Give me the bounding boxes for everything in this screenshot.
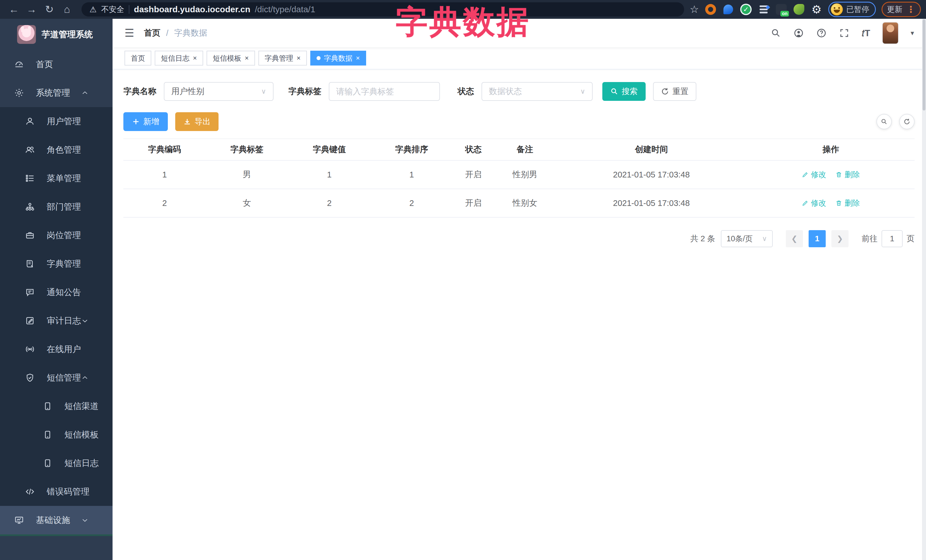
chevron-down-icon: ∨ (261, 88, 266, 95)
edit-link[interactable]: 修改 (802, 169, 826, 180)
page-scrollbar[interactable] (922, 19, 926, 560)
prev-page-button[interactable]: ❮ (786, 230, 803, 247)
dict-label-input[interactable] (329, 82, 440, 101)
cell-code: 2 (123, 189, 206, 217)
breadcrumb-home[interactable]: 首页 (144, 27, 160, 39)
header-search-icon[interactable] (771, 28, 781, 38)
tab-短信模板[interactable]: 短信模板× (207, 51, 255, 65)
column-header: 字典编码 (123, 139, 206, 160)
github-icon[interactable] (793, 28, 804, 38)
cell-created: 2021-01-05 17:03:48 (556, 160, 747, 189)
help-icon[interactable] (816, 28, 826, 38)
profile-emoji-avatar (831, 3, 843, 15)
toggle-search-button[interactable] (876, 114, 892, 129)
sidebar-item-label: 用户管理 (47, 116, 81, 127)
sidebar-item-infra[interactable]: 基础设施 (0, 506, 112, 534)
browser-reload-button[interactable]: ↻ (41, 2, 58, 17)
sidebar-item-errcode[interactable]: 错误码管理 (0, 477, 112, 506)
browser-back-button[interactable]: ← (5, 2, 23, 17)
tab-close-icon[interactable]: × (356, 55, 360, 62)
pencil-icon (802, 171, 809, 178)
tab-字典管理[interactable]: 字典管理× (259, 51, 307, 65)
sidebar-item-dept[interactable]: 部门管理 (0, 193, 112, 221)
search-button[interactable]: 搜索 (602, 82, 646, 101)
sidebar-item-sms-channel[interactable]: 短信渠道 (0, 392, 112, 420)
font-size-icon[interactable]: 𝑡T (862, 28, 870, 38)
goto-page-input[interactable] (882, 230, 903, 247)
cell-label: 女 (206, 189, 288, 217)
main-area: ☰ 首页 / 字典数据 𝑡T ▾ 首页短信日志×短信模板×字典管 (112, 19, 926, 560)
bookmark-star-icon[interactable]: ☆ (690, 3, 699, 15)
sidebar-item-audit[interactable]: 审计日志 (0, 306, 112, 335)
tab-close-icon[interactable]: × (297, 55, 301, 62)
extension-orange-ring-icon[interactable] (705, 3, 717, 15)
export-button[interactable]: 导出 (175, 112, 219, 131)
browser-home-button[interactable]: ⌂ (58, 2, 76, 17)
sidebar-menu: 首页系统管理用户管理角色管理菜单管理部门管理岗位管理字典管理通知公告审计日志在线… (0, 50, 112, 534)
dashboard-icon (14, 60, 24, 69)
scrollbar-thumb[interactable] (923, 20, 925, 110)
sidebar-item-online[interactable]: 在线用户 (0, 335, 112, 364)
sidebar-item-sms[interactable]: 短信管理 (0, 364, 112, 392)
tab-label: 字典数据 (324, 54, 353, 63)
tab-close-icon[interactable]: × (193, 55, 197, 62)
chevron-up-icon (81, 89, 89, 97)
fullscreen-icon[interactable] (839, 28, 849, 38)
sidebar-item-sms-log[interactable]: 短信日志 (0, 449, 112, 477)
tab-首页[interactable]: 首页 (124, 51, 151, 65)
app-logo[interactable]: 芋道管理系统 (0, 19, 112, 50)
extension-on-badge-icon[interactable]: on (775, 3, 787, 15)
delete-link[interactable]: 删除 (835, 198, 860, 208)
gear-icon (14, 88, 24, 98)
extension-green-leaf-icon[interactable] (793, 3, 805, 15)
delete-link[interactable]: 删除 (835, 169, 860, 180)
sidebar-item-system[interactable]: 系统管理 (0, 78, 112, 107)
sidebar-item-role[interactable]: 角色管理 (0, 136, 112, 164)
tab-字典数据[interactable]: 字典数据× (310, 51, 366, 65)
extension-green-check-icon[interactable]: ✓ (740, 3, 752, 15)
org-tree-icon (25, 202, 35, 211)
users-icon (25, 145, 35, 155)
user-avatar[interactable] (883, 23, 898, 44)
chevron-down-icon: ∨ (580, 88, 585, 95)
tab-短信日志[interactable]: 短信日志× (155, 51, 203, 65)
sidebar-toggle-icon[interactable]: ☰ (124, 27, 134, 39)
extensions-puzzle-icon[interactable]: ⚙ (811, 3, 823, 15)
sidebar-item-notice[interactable]: 通知公告 (0, 278, 112, 306)
sidebar-item-sms-template[interactable]: 短信模板 (0, 420, 112, 449)
sidebar-item-label: 错误码管理 (47, 486, 89, 498)
sidebar-item-label: 短信渠道 (64, 400, 98, 412)
user-menu-caret-icon[interactable]: ▾ (911, 29, 914, 37)
browser-update-button[interactable]: 更新 ⋮ (882, 2, 921, 17)
sidebar-item-label: 首页 (36, 59, 53, 70)
reset-button[interactable]: 重置 (653, 82, 696, 101)
sidebar-item-post[interactable]: 岗位管理 (0, 221, 112, 249)
app-title: 芋道管理系统 (42, 29, 93, 41)
dict-name-select[interactable]: 用户性别 ∨ (164, 82, 274, 101)
extension-bars-diamond-icon[interactable]: ◆ (758, 3, 770, 15)
sidebar-item-home[interactable]: 首页 (0, 50, 112, 78)
sidebar-item-user[interactable]: 用户管理 (0, 107, 112, 136)
tab-close-icon[interactable]: × (245, 55, 249, 62)
cell-sort: 2 (371, 189, 453, 217)
address-bar[interactable]: ⚠ 不安全 dashboard.yudao.iocoder.cn /dict/t… (82, 2, 684, 17)
next-page-button[interactable]: ❯ (831, 230, 849, 247)
sidebar-item-dict[interactable]: 字典管理 (0, 249, 112, 278)
dict-name-label: 字典名称 (123, 86, 156, 97)
browser-profile-button[interactable]: 已暂停 (828, 2, 876, 17)
browser-menu-kebab-icon[interactable]: ⋮ (906, 4, 915, 15)
current-page[interactable]: 1 (809, 230, 826, 247)
extension-blue-drop-icon[interactable] (722, 3, 734, 15)
edit-log-icon (25, 316, 35, 326)
sidebar-item-label: 菜单管理 (47, 173, 81, 184)
sidebar-item-menu[interactable]: 菜单管理 (0, 164, 112, 193)
pagination: 共 2 条 10条/页 ∨ ❮ 1 ❯ 前往 页 (123, 230, 915, 247)
browser-forward-button[interactable]: → (23, 2, 41, 17)
edit-link[interactable]: 修改 (802, 198, 826, 208)
message-icon (25, 287, 35, 297)
page-size-select[interactable]: 10条/页 ∨ (721, 230, 773, 247)
refresh-table-button[interactable] (899, 114, 915, 129)
status-select[interactable]: 数据状态 ∨ (481, 82, 593, 101)
add-button[interactable]: 新增 (123, 112, 168, 131)
cell-remark: 性别男 (494, 160, 556, 189)
